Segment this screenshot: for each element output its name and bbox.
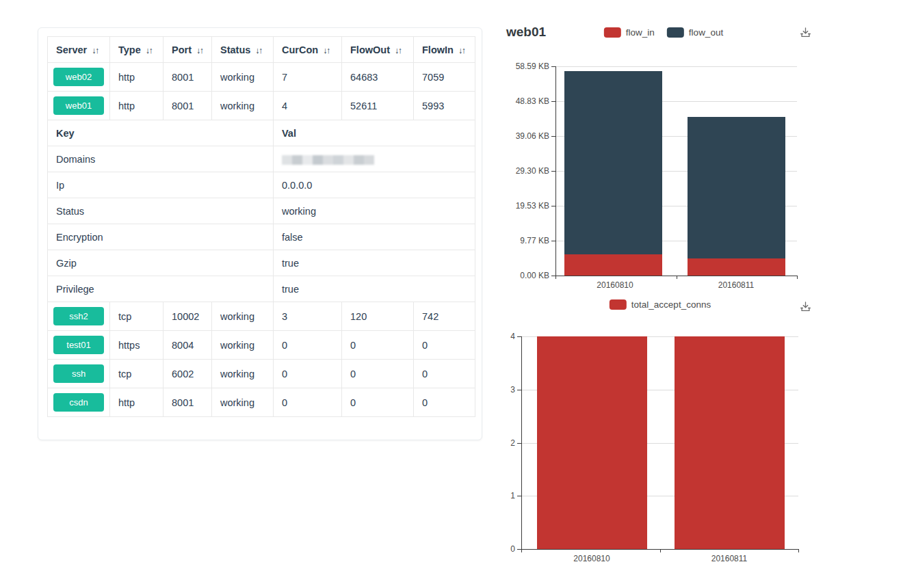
x-axis-tick	[797, 276, 798, 279]
legend-swatch	[604, 27, 621, 38]
y-tick-label: 48.83 KB	[516, 96, 549, 106]
bar-segment-total_accept_conns	[675, 336, 785, 549]
x-axis-tick	[521, 549, 522, 552]
x-axis-tick	[798, 549, 799, 552]
x-axis-tick	[677, 276, 677, 279]
bar-segment-flow_in	[564, 254, 662, 276]
legend-swatch	[610, 299, 627, 310]
legend-label: total_accept_conns	[631, 299, 711, 310]
x-axis-tick	[660, 549, 661, 552]
legend-item-flow_in[interactable]: flow_in	[604, 27, 655, 38]
x-tick-label: 20160811	[718, 280, 755, 290]
bar-segment-total_accept_conns	[537, 336, 647, 549]
y-tick-label: 39.06 KB	[516, 131, 549, 141]
x-tick-label: 20160811	[711, 554, 748, 563]
y-tick-label: 2	[510, 438, 515, 448]
y-tick-label: 29.30 KB	[516, 166, 549, 176]
y-axis-line	[555, 66, 556, 276]
charts-panel: web01 0.00 KB9.77 KB19.53 KB29.30 KB39.0…	[0, 0, 916, 588]
legend-label: flow_in	[626, 27, 655, 38]
chart-legend: total_accept_conns	[610, 299, 711, 310]
y-tick-label: 0	[510, 544, 515, 554]
y-tick-label: 4	[510, 332, 515, 341]
bar-segment-flow_out	[688, 117, 785, 258]
bar-segment-flow_in	[688, 258, 785, 276]
y-tick-label: 19.53 KB	[516, 201, 549, 211]
y-tick-label: 9.77 KB	[520, 236, 549, 245]
save-as-image-icon[interactable]	[798, 25, 813, 40]
legend-swatch	[667, 27, 684, 38]
chart-legend: flow_inflow_out	[604, 27, 723, 38]
bar-segment-flow_out	[564, 71, 662, 254]
x-axis-tick	[555, 276, 556, 279]
y-tick-label: 58.59 KB	[516, 62, 549, 71]
x-tick-label: 20160810	[597, 280, 633, 290]
y-tick-label: 3	[510, 385, 515, 395]
save-as-image-icon[interactable]	[798, 299, 813, 315]
x-tick-label: 20160810	[573, 554, 610, 563]
y-tick-label: 1	[510, 491, 515, 500]
chart-title: web01	[506, 25, 546, 40]
legend-label: flow_out	[689, 27, 723, 38]
y-axis-line	[521, 336, 522, 549]
gridline	[555, 66, 797, 67]
legend-item-flow_out[interactable]: flow_out	[667, 27, 723, 38]
y-tick-label: 0.00 KB	[520, 271, 549, 280]
legend-item-total_accept_conns[interactable]: total_accept_conns	[610, 299, 711, 310]
